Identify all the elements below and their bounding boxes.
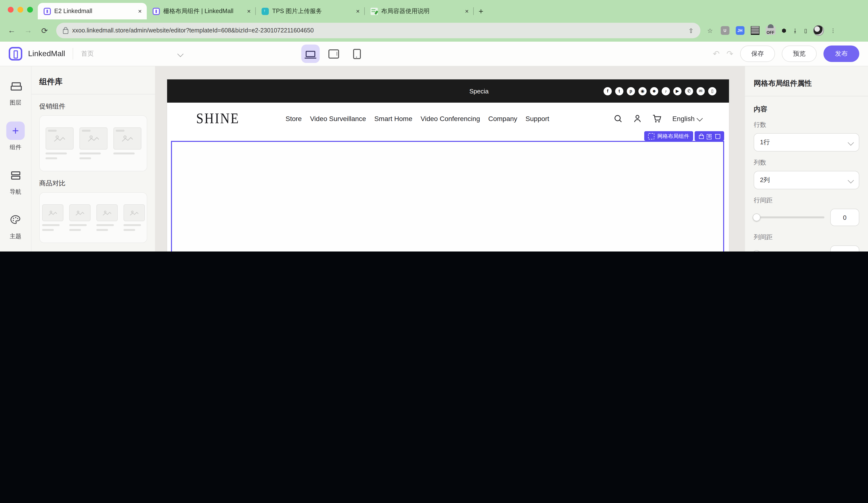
product-compare-card[interactable] (39, 192, 147, 243)
nav-link-smart-home[interactable]: Smart Home (374, 115, 412, 122)
snapchat-icon[interactable]: ☻ (650, 87, 658, 95)
close-tab-icon[interactable]: ✕ (138, 9, 142, 14)
redo-icon[interactable]: ↷ (726, 49, 734, 59)
extension-jh-icon[interactable]: JH (735, 26, 744, 35)
search-icon[interactable] (614, 114, 622, 123)
site-header[interactable]: SHINE Store Video Surveillance Smart Hom… (167, 103, 729, 134)
slider-thumb[interactable] (753, 213, 761, 221)
site-header-icons: English (614, 114, 702, 123)
pinterest-icon[interactable]: p (627, 87, 635, 95)
properties-panel: 网格布局组件属性 内容 行数 1行 列数 2列 行间距 0 列间距 0 (744, 66, 868, 251)
tab-layout-container-doc[interactable]: 布局容器使用说明 ✕ (365, 3, 474, 19)
tab-grid-layout-doc[interactable]: 栅格布局组件 | LinkedMall ✕ (147, 3, 256, 19)
undo-icon[interactable]: ↶ (713, 49, 720, 59)
nav-link-store[interactable]: Store (286, 115, 302, 122)
promo-components-card[interactable] (39, 115, 147, 171)
rail-item-theme[interactable]: 主题 (6, 211, 25, 241)
share-icon[interactable]: ⇧ (688, 27, 694, 34)
trash-icon[interactable] (715, 133, 720, 139)
workspace: 图层 + 组件 导航 主题 (0, 66, 868, 251)
rail-item-components[interactable]: + 组件 (6, 122, 25, 151)
extension-u-icon[interactable]: U (721, 26, 729, 35)
close-tab-icon[interactable]: ✕ (465, 9, 469, 14)
chevron-down-icon (848, 177, 854, 183)
tab-tps-upload[interactable]: TPS 图片上传服务 ✕ (256, 3, 365, 19)
twitter-icon[interactable]: t (615, 87, 623, 95)
site-announcement-bar[interactable]: Specia f t p ◉ ☻ ♪ ▶ ✆ ✉ ▯ (167, 80, 729, 103)
selected-grid-component[interactable]: 网格布局组件 (171, 141, 724, 251)
col-gap-value[interactable]: 0 (830, 245, 859, 251)
youtube-icon[interactable]: ▶ (673, 87, 682, 95)
mobile-icon[interactable]: ▯ (708, 87, 716, 95)
tab-e2-linkedmall[interactable]: E2 Linkedmall ✕ (38, 3, 147, 19)
cart-icon[interactable] (652, 114, 662, 123)
forward-icon[interactable]: → (23, 26, 33, 35)
duplicate-icon[interactable] (707, 133, 712, 139)
publish-button[interactable]: 发布 (824, 45, 859, 62)
tab-title: 栅格布局组件 | LinkedMall (163, 7, 244, 15)
downloads-icon[interactable]: ⭳ (793, 28, 798, 33)
tab-title: 布局容器使用说明 (381, 7, 461, 15)
language-selector[interactable]: English (672, 115, 702, 122)
language-value: English (672, 115, 695, 122)
more-menu-icon[interactable]: ⋮ (830, 27, 836, 34)
slider-thumb[interactable] (753, 250, 761, 251)
nav-link-company[interactable]: Company (488, 115, 517, 122)
new-tab-button[interactable]: + (478, 7, 483, 17)
puzzle-extensions-icon[interactable]: ⬢ (782, 27, 786, 34)
user-account-icon[interactable] (633, 114, 642, 123)
tablet-view-button[interactable] (325, 44, 343, 63)
component-library-panel: 组件库 促销组件 商品对比 布局组件 VR看厂 (31, 66, 155, 251)
tiktok-icon[interactable]: ♪ (662, 87, 670, 95)
rail-item-layers[interactable]: 图层 (6, 77, 25, 107)
preview-button[interactable]: 预览 (782, 45, 817, 62)
instagram-icon[interactable]: ◉ (638, 87, 647, 95)
component-actions (695, 131, 724, 141)
save-button[interactable]: 保存 (740, 45, 775, 62)
row-gap-slider[interactable] (754, 217, 824, 218)
whatsapp-icon[interactable]: ✆ (685, 87, 693, 95)
minimize-window-button[interactable] (18, 7, 23, 13)
zoom-window-button[interactable] (27, 7, 33, 13)
rail-item-navigation[interactable]: 导航 (6, 166, 25, 196)
lock-icon[interactable] (699, 133, 704, 139)
window-controls[interactable] (8, 7, 33, 13)
email-icon[interactable]: ✉ (696, 87, 705, 95)
mobile-view-button[interactable] (348, 44, 366, 63)
nav-link-video-surveillance[interactable]: Video Surveillance (310, 115, 366, 122)
facebook-icon[interactable]: f (603, 87, 612, 95)
layers-icon (11, 82, 20, 90)
close-tab-icon[interactable]: ✕ (247, 9, 251, 14)
site-logo[interactable]: SHINE (196, 109, 239, 127)
page-selector-dropdown[interactable]: 首页 (81, 49, 183, 58)
close-tab-icon[interactable]: ✕ (356, 9, 360, 14)
rail-label: 组件 (10, 143, 21, 151)
back-icon[interactable]: ← (7, 26, 17, 35)
left-icon-rail: 图层 + 组件 导航 主题 (0, 66, 31, 251)
nav-link-video-conferencing[interactable]: Video Conferencing (421, 115, 480, 122)
address-bar[interactable]: xxoo.linkedmall.store/admin/website/edit… (56, 23, 700, 38)
lock-icon (63, 29, 68, 34)
chevron-down-icon (696, 115, 703, 121)
row-gap-label: 行间距 (754, 196, 859, 205)
canvas-area: Specia f t p ◉ ☻ ♪ ▶ ✆ ✉ ▯ SH (155, 66, 744, 251)
url-text[interactable]: xxoo.linkedmall.store/admin/website/edit… (72, 27, 684, 34)
reload-icon[interactable]: ⟳ (40, 26, 49, 35)
announcement-text: Specia (469, 87, 489, 95)
qr-code-extension-icon[interactable] (751, 26, 759, 35)
desktop-view-button[interactable] (301, 44, 320, 63)
library-title: 组件库 (39, 77, 147, 87)
close-window-button[interactable] (8, 7, 13, 13)
nav-link-support[interactable]: Support (526, 115, 549, 122)
sidebar-toggle-icon[interactable]: ▯ (804, 27, 807, 34)
profile-avatar[interactable] (814, 25, 824, 36)
rows-select[interactable]: 1行 (754, 133, 859, 151)
rail-label: 导航 (10, 188, 21, 196)
cols-select[interactable]: 2列 (754, 171, 859, 189)
row-gap-value[interactable]: 0 (830, 209, 859, 226)
browser-chrome: E2 Linkedmall ✕ 栅格布局组件 | LinkedMall ✕ TP… (0, 0, 868, 42)
site-preview[interactable]: Specia f t p ◉ ☻ ♪ ▶ ✆ ✉ ▯ SH (167, 80, 729, 251)
extensions-bar: U JH OFF ⬢ ⭳ ▯ ⋮ (721, 25, 836, 36)
vpn-off-extension-icon[interactable]: OFF (766, 26, 775, 35)
bookmark-star-icon[interactable]: ☆ (707, 27, 713, 34)
